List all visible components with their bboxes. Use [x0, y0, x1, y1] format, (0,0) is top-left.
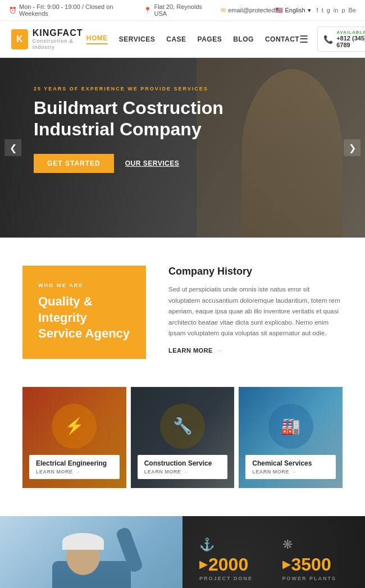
nav-pages[interactable]: PAGES	[198, 35, 222, 43]
our-services-link[interactable]: OUR SERVICES	[125, 159, 179, 167]
about-right: Company History Sed ut perspiciatis unde…	[146, 266, 343, 359]
top-bar-right: 🇺🇸 English ▾ f t g in p Be	[275, 7, 356, 14]
phone-icon: 📞	[323, 35, 333, 44]
stats-grid: ⚓ ▶ 2000 PROJECT DONE ❋ ▶ 3500 POWER PLA…	[182, 516, 365, 588]
plants-label: POWER PLANTS	[282, 576, 337, 581]
facebook-icon[interactable]: f	[317, 7, 318, 13]
nav-right: ☰ 📞 AVAILABLE +812 (345) 6789	[299, 26, 365, 52]
hero-section: ❮ 25 YEARS OF EXPERIENCE WE PROVIDE SERV…	[0, 58, 365, 238]
chemical-title: Chemical Services	[252, 459, 329, 467]
location-icon: 📍	[144, 7, 152, 14]
service-label-construction: Construction Service LEARN MORE	[138, 455, 228, 479]
hero-title: Buildmart Costruction Industrial Company	[34, 97, 225, 140]
projects-label: PROJECT DONE	[199, 576, 253, 581]
hero-buttons: GET STARTED OUR SERVICES	[34, 154, 331, 173]
service-card-construction: 🔧 Construction Service LEARN MORE	[131, 387, 235, 488]
navbar: K KINGFACT Construction & Industry HOME …	[0, 21, 365, 58]
about-description: Sed ut perspiciatis unde omnis iste natu…	[168, 284, 343, 339]
hero-title-line2: Industrial Company	[34, 119, 202, 139]
anchor-icon: ⚓	[199, 537, 215, 552]
nav-services[interactable]: SERVICES	[119, 35, 155, 43]
nav-blog[interactable]: BLOG	[233, 35, 254, 43]
instagram-icon[interactable]: in	[334, 7, 339, 13]
nav-home[interactable]: HOME	[86, 34, 108, 44]
logo: K KINGFACT Construction & Industry	[11, 28, 86, 51]
chevron-icon: ▶	[199, 559, 207, 569]
electrical-learn-more[interactable]: LEARN MORE	[36, 469, 113, 475]
language-selector[interactable]: 🇺🇸 English ▾	[275, 7, 311, 14]
nav-contact[interactable]: CONTACT	[265, 35, 299, 43]
stat-number-projects: ▶ 2000	[199, 555, 248, 573]
behance-icon[interactable]: Be	[349, 7, 356, 13]
logo-icon: K	[11, 29, 28, 49]
address-text: Flat 20, Reynolds USA	[154, 3, 212, 17]
address-info: 📍 Flat 20, Reynolds USA	[144, 3, 212, 17]
brand-name: KINGFACT	[33, 28, 86, 38]
chevron-icon-2: ▶	[282, 559, 290, 569]
service-card-electrical: ⚡ Electrical Engineering LEARN MORE	[22, 387, 126, 488]
who-we-are-label: WHO WE ARE	[38, 282, 130, 288]
stats-section: ⚓ ▶ 2000 PROJECT DONE ❋ ▶ 3500 POWER PLA…	[0, 516, 365, 588]
about-yellow-box: WHO WE ARE Quality & Integrity Service A…	[22, 266, 146, 359]
plants-value: 3500	[291, 555, 331, 573]
nav-links: HOME SERVICES CASE PAGES BLOG CONTACT	[86, 34, 299, 44]
phone-number: +812 (345) 6789	[336, 35, 365, 48]
available-label: AVAILABLE	[336, 30, 365, 35]
logo-text: KINGFACT Construction & Industry	[33, 28, 86, 51]
envelope-icon: ✉	[221, 7, 226, 14]
flag-icon: 🇺🇸	[275, 7, 283, 14]
hero-title-line1: Buildmart Costruction	[34, 98, 223, 118]
about-section: WHO WE ARE Quality & Integrity Service A…	[0, 238, 365, 387]
learn-more-link[interactable]: LEARN MORE	[168, 347, 343, 354]
pinterest-icon[interactable]: p	[341, 7, 345, 13]
hero-content: 25 YEARS OF EXPERIENCE WE PROVIDE SERVIC…	[0, 58, 365, 190]
nav-case[interactable]: CASE	[166, 35, 186, 43]
service-label-electrical: Electrical Engineering LEARN MORE	[29, 455, 120, 479]
chevron-down-icon: ▾	[308, 7, 311, 14]
service-card-chemical: 🏭 Chemical Services LEARN MORE	[239, 387, 343, 488]
twitter-icon[interactable]: t	[322, 7, 323, 13]
stat-power-plants: ❋ ▶ 3500 POWER PLANTS	[277, 527, 354, 588]
email-text: email@protected	[228, 7, 275, 13]
construction-title: Construction Service	[144, 459, 221, 467]
stat-project-done: ⚓ ▶ 2000 PROJECT DONE	[194, 527, 271, 588]
tagline-line1: Quality & Integrity	[38, 294, 93, 325]
stat-number-plants: ▶ 3500	[282, 555, 331, 573]
language-label: English	[285, 7, 305, 13]
hamburger-icon[interactable]: ☰	[299, 33, 308, 45]
get-started-button[interactable]: GET STARTED	[34, 154, 114, 173]
construction-learn-more[interactable]: LEARN MORE	[144, 469, 221, 475]
schedule-text: Mon - Fri: 9:00 - 19:00 / Closed on Week…	[19, 3, 135, 17]
phone-box: 📞 AVAILABLE +812 (345) 6789	[317, 26, 365, 52]
about-tagline: Quality & Integrity Service Agency	[38, 294, 130, 342]
top-bar: ⏰ Mon - Fri: 9:00 - 19:00 / Closed on We…	[0, 0, 365, 21]
services-section: ⚡ Electrical Engineering LEARN MORE 🔧 Co…	[0, 387, 365, 516]
projects-value: 2000	[208, 555, 248, 573]
flower-icon: ❋	[282, 537, 293, 552]
schedule-info: ⏰ Mon - Fri: 9:00 - 19:00 / Closed on We…	[9, 3, 135, 17]
email-info: ✉ email@protected	[221, 7, 275, 14]
brand-tagline: Construction & Industry	[33, 38, 86, 51]
hero-tag: 25 YEARS OF EXPERIENCE WE PROVIDE SERVIC…	[34, 86, 331, 92]
phone-info: AVAILABLE +812 (345) 6789	[336, 30, 365, 48]
electrical-title: Electrical Engineering	[36, 459, 113, 467]
chemical-learn-more[interactable]: LEARN MORE	[252, 469, 329, 475]
google-icon[interactable]: g	[327, 7, 330, 13]
service-label-chemical: Chemical Services LEARN MORE	[245, 455, 336, 479]
tagline-line2: Service Agency	[38, 326, 130, 340]
hero-next-button[interactable]: ❯	[344, 139, 361, 156]
stats-photo	[0, 516, 182, 588]
social-links: f t g in p Be	[317, 7, 356, 13]
about-title: Company History	[168, 266, 343, 277]
top-bar-info: ⏰ Mon - Fri: 9:00 - 19:00 / Closed on We…	[9, 3, 275, 17]
clock-icon: ⏰	[9, 7, 17, 14]
